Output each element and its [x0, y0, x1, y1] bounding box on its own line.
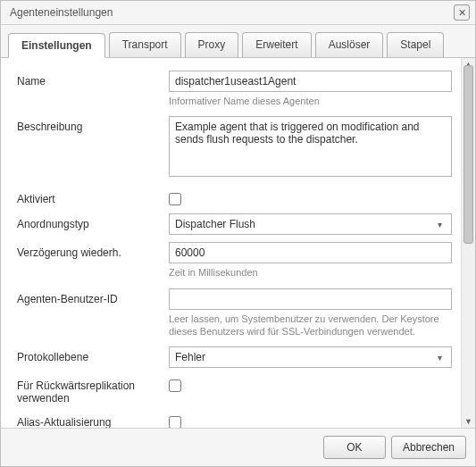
agent-user-id-input[interactable] — [169, 288, 452, 310]
enabled-checkbox[interactable] — [169, 193, 181, 205]
scroll-down-icon[interactable]: ▼ — [463, 415, 473, 428]
log-level-select[interactable]: Fehler ▾ — [169, 346, 452, 368]
alias-update-checkbox[interactable] — [169, 416, 181, 428]
vertical-scrollbar[interactable]: ▲ ▼ — [461, 58, 475, 428]
tab-bar: Einstellungen Transport Proxy Erweitert … — [1, 25, 475, 58]
cancel-button[interactable]: Abbrechen — [391, 436, 466, 459]
label-agent-user-id: Agenten-Benutzer-ID — [17, 288, 169, 305]
ok-button[interactable]: OK — [323, 436, 386, 459]
tab-batch[interactable]: Stapel — [387, 32, 444, 57]
serialization-type-value: Dispatcher Flush — [175, 218, 255, 230]
label-reverse-replication: Für Rückwärtsreplikation verwenden — [17, 375, 169, 404]
hint-agent-user-id: Leer lassen, um Systembenutzer zu verwen… — [169, 313, 452, 338]
tab-transport[interactable]: Transport — [109, 32, 181, 57]
form-area: Name Informativer Name dieses Agenten Be… — [1, 58, 461, 428]
label-alias-update: Alias-Aktualisierung — [17, 412, 169, 428]
reverse-replication-checkbox[interactable] — [169, 379, 181, 392]
label-description: Beschreibung — [17, 116, 169, 133]
scroll-thumb[interactable] — [463, 65, 473, 244]
dialog-title: Agenteneinstellungen — [10, 6, 113, 19]
tab-proxy[interactable]: Proxy — [185, 32, 239, 57]
form-body: Name Informativer Name dieses Agenten Be… — [1, 58, 475, 428]
log-level-value: Fehler — [175, 351, 205, 363]
retry-delay-input[interactable] — [169, 242, 452, 263]
name-input[interactable] — [169, 71, 452, 92]
label-enabled: Aktiviert — [17, 188, 169, 205]
hint-name: Informativer Name dieses Agenten — [169, 95, 452, 107]
chevron-down-icon: ▾ — [434, 353, 446, 363]
close-button[interactable]: ✕ — [454, 4, 470, 21]
close-icon: ✕ — [458, 7, 466, 19]
label-retry-delay: Verzögerung wiederh. — [17, 242, 169, 259]
tab-extended[interactable]: Erweitert — [242, 32, 311, 57]
serialization-type-select[interactable]: Dispatcher Flush ▾ — [169, 213, 452, 235]
titlebar: Agenteneinstellungen ✕ — [1, 1, 475, 25]
dialog-footer: OK Abbrechen — [1, 428, 475, 466]
description-textarea[interactable]: Example agent that is triggered on modif… — [169, 116, 452, 177]
label-name: Name — [17, 71, 169, 88]
label-log-level: Protokollebene — [17, 346, 169, 363]
chevron-down-icon: ▾ — [434, 220, 446, 229]
tab-trigger[interactable]: Auslöser — [315, 32, 384, 57]
agent-settings-dialog: Agenteneinstellungen ✕ Einstellungen Tra… — [0, 0, 476, 467]
label-serialization-type: Anordnungstyp — [17, 213, 169, 230]
tab-settings[interactable]: Einstellungen — [8, 33, 105, 58]
hint-retry-delay: Zeit in Millisekunden — [169, 266, 452, 279]
